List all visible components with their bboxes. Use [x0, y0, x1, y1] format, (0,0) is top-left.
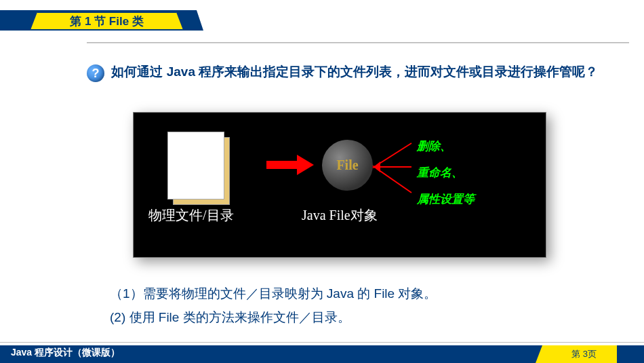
arrow-right-icon: [266, 155, 314, 175]
question-text: 如何通过 Java 程序来输出指定目录下的文件列表，进而对文件或目录进行操作管呢…: [111, 64, 598, 79]
footer-title: Java 程序设计（微课版）: [11, 347, 120, 359]
question-icon: ?: [87, 64, 104, 82]
physical-file-icon: [167, 132, 230, 206]
divider-top: [87, 42, 629, 43]
footer-page-number: 第 3页: [571, 348, 597, 360]
op-delete: 删除、: [417, 138, 475, 154]
op-attrs: 属性设置等: [417, 191, 475, 207]
operation-list: 删除、 重命名、 属性设置等: [417, 138, 475, 218]
answer-line-2: (2) 使用 File 类的方法来操作文件／目录。: [110, 305, 437, 329]
svg-line-2: [376, 143, 411, 166]
file-object-circle: File: [322, 140, 373, 191]
op-rename: 重命名、: [417, 165, 475, 180]
diagram: 物理文件/目录 File Java File对象 删除、 重命名、 属性设置等: [133, 112, 546, 258]
section-title: 第 1 节 File 类: [31, 12, 183, 30]
answer-line-1: （1）需要将物理的文件／目录映射为 Java 的 File 对象。: [110, 282, 437, 305]
footer-bar: Java 程序设计（微课版） 第 3页: [0, 345, 644, 363]
svg-line-6: [376, 168, 411, 193]
answer-block: （1）需要将物理的文件／目录映射为 Java 的 File 对象。 (2) 使用…: [110, 282, 437, 329]
section-header: 第 1 节 File 类: [0, 10, 203, 31]
divider-bottom: [0, 342, 644, 343]
operation-arrows-icon: [371, 133, 418, 201]
svg-marker-1: [297, 155, 314, 175]
svg-rect-0: [266, 161, 297, 169]
java-file-object-label: Java File对象: [302, 206, 378, 225]
physical-file-label: 物理文件/目录: [148, 206, 234, 225]
file-circle-label: File: [336, 157, 358, 173]
question-block: ? 如何通过 Java 程序来输出指定目录下的文件列表，进而对文件或目录进行操作…: [87, 61, 609, 83]
